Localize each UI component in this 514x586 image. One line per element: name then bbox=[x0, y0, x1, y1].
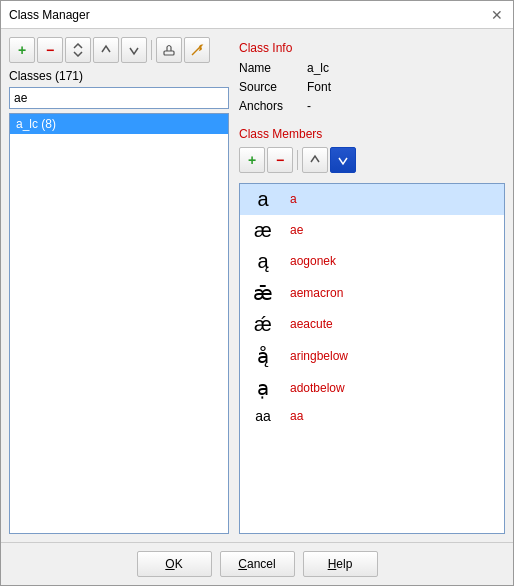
class-manager-window: Class Manager ✕ + − bbox=[0, 0, 514, 586]
member-glyph: aa bbox=[248, 408, 278, 424]
sort-icon bbox=[71, 43, 85, 57]
paint-icon bbox=[162, 43, 176, 57]
help-button[interactable]: Help bbox=[303, 551, 378, 577]
anchors-label: Anchors bbox=[239, 97, 299, 116]
list-item[interactable]: ǣ aemacron bbox=[240, 277, 504, 309]
svg-rect-0 bbox=[164, 51, 174, 55]
member-glyph: ǣ bbox=[248, 281, 278, 305]
list-item[interactable]: ą aogonek bbox=[240, 246, 504, 277]
main-content: + − bbox=[1, 29, 513, 542]
member-name: ae bbox=[290, 223, 303, 237]
name-row: Name a_lc bbox=[239, 59, 505, 78]
cancel-button[interactable]: Cancel bbox=[220, 551, 295, 577]
add-class-button[interactable]: + bbox=[9, 37, 35, 63]
magic-icon bbox=[190, 43, 204, 57]
anchors-row: Anchors - bbox=[239, 97, 505, 116]
member-name: aeacute bbox=[290, 317, 333, 331]
member-glyph: a bbox=[248, 188, 278, 211]
member-name: aogonek bbox=[290, 254, 336, 268]
magic-button[interactable] bbox=[184, 37, 210, 63]
sort-class-button[interactable] bbox=[65, 37, 91, 63]
list-item[interactable]: æ ae bbox=[240, 215, 504, 246]
member-name: aemacron bbox=[290, 286, 343, 300]
list-item[interactable]: ạ adotbelow bbox=[240, 372, 504, 404]
member-name: a bbox=[290, 192, 297, 206]
search-input[interactable] bbox=[9, 87, 229, 109]
member-glyph: ą bbox=[248, 250, 278, 273]
class-info: Class Info Name a_lc Source Font Anchors… bbox=[239, 37, 505, 121]
classes-label: Classes (171) bbox=[9, 69, 229, 83]
close-button[interactable]: ✕ bbox=[489, 7, 505, 23]
add-member-button[interactable]: + bbox=[239, 147, 265, 173]
member-move-down-button[interactable] bbox=[330, 147, 356, 173]
right-panel: Class Info Name a_lc Source Font Anchors… bbox=[239, 37, 505, 534]
member-name: adotbelow bbox=[290, 381, 345, 395]
member-glyph: ą̊ bbox=[248, 344, 278, 368]
list-item[interactable]: a a bbox=[240, 184, 504, 215]
source-value: Font bbox=[307, 78, 331, 97]
members-list[interactable]: a a æ ae ą aogonek ǣ aemacron ǽ aeacute … bbox=[239, 183, 505, 534]
member-glyph: ǽ bbox=[248, 313, 278, 336]
ok-button[interactable]: OK bbox=[137, 551, 212, 577]
list-item[interactable]: aa aa bbox=[240, 404, 504, 428]
member-glyph: ạ bbox=[248, 376, 278, 400]
window-title: Class Manager bbox=[9, 8, 90, 22]
left-toolbar: + − bbox=[9, 37, 229, 63]
up-arrow-icon bbox=[99, 43, 113, 57]
members-toolbar: + − bbox=[239, 147, 505, 173]
name-label: Name bbox=[239, 59, 299, 78]
paint-button[interactable] bbox=[156, 37, 182, 63]
class-members-label: Class Members bbox=[239, 127, 505, 141]
source-row: Source Font bbox=[239, 78, 505, 97]
down-arrow-icon bbox=[127, 43, 141, 57]
toolbar-separator bbox=[151, 40, 152, 60]
member-down-icon bbox=[336, 153, 350, 167]
list-item[interactable]: ǽ aeacute bbox=[240, 309, 504, 340]
left-panel: + − bbox=[9, 37, 229, 534]
member-up-icon bbox=[308, 153, 322, 167]
list-item[interactable]: ą̊ aringbelow bbox=[240, 340, 504, 372]
member-glyph: æ bbox=[248, 219, 278, 242]
source-label: Source bbox=[239, 78, 299, 97]
member-name: aringbelow bbox=[290, 349, 348, 363]
anchors-value: - bbox=[307, 97, 311, 116]
title-bar: Class Manager ✕ bbox=[1, 1, 513, 29]
member-move-up-button[interactable] bbox=[302, 147, 328, 173]
class-info-title: Class Info bbox=[239, 41, 505, 55]
member-name: aa bbox=[290, 409, 303, 423]
classes-list[interactable]: a_lc (8) bbox=[9, 113, 229, 534]
remove-class-button[interactable]: − bbox=[37, 37, 63, 63]
list-item[interactable]: a_lc (8) bbox=[10, 114, 228, 134]
remove-member-button[interactable]: − bbox=[267, 147, 293, 173]
move-down-button[interactable] bbox=[121, 37, 147, 63]
members-toolbar-separator bbox=[297, 150, 298, 170]
footer: OK Cancel Help bbox=[1, 542, 513, 585]
move-up-button[interactable] bbox=[93, 37, 119, 63]
name-value: a_lc bbox=[307, 59, 329, 78]
